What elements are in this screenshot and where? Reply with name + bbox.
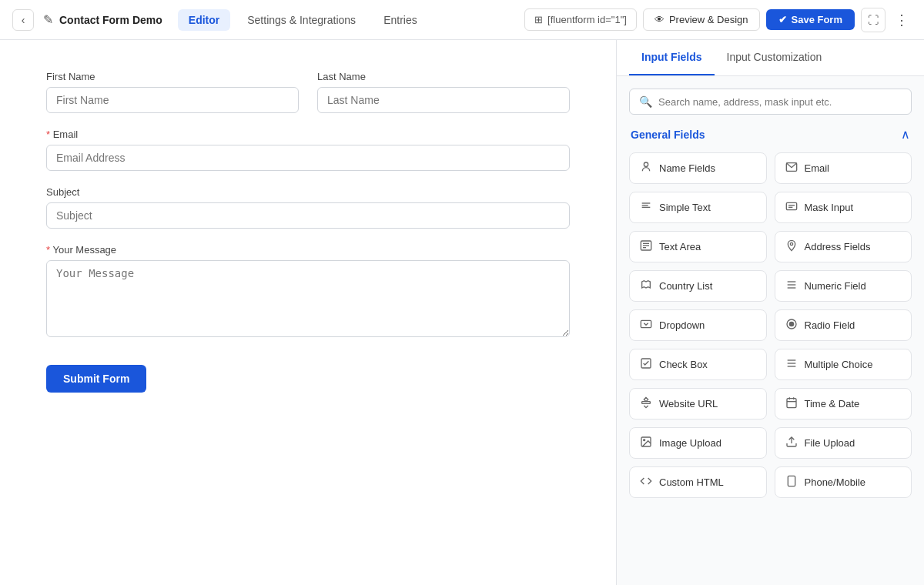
shortcode-button[interactable]: ⊞ [fluentform id="1"] xyxy=(524,8,637,31)
subject-group: Subject xyxy=(46,186,570,229)
general-fields-section-header: General Fields ∧ xyxy=(629,127,912,142)
panel-body: 🔍 General Fields ∧ Name Fields Email Sim… xyxy=(617,76,924,585)
field-item-radio-field[interactable]: Radio Field xyxy=(775,309,912,341)
field-item-dropdown[interactable]: Dropdown xyxy=(629,309,767,341)
field-item-phone-mobile[interactable]: Phone/Mobile xyxy=(775,466,912,498)
form-icon: ✎ xyxy=(43,12,53,27)
email-input[interactable] xyxy=(46,145,570,171)
field-item-file-upload[interactable]: File Upload xyxy=(775,427,912,459)
fullscreen-icon: ⛶ xyxy=(868,14,879,26)
fields-grid: Name Fields Email Simple Text Mask Input… xyxy=(629,152,912,498)
check-box-label: Check Box xyxy=(659,359,708,370)
submit-button[interactable]: Submit Form xyxy=(46,365,146,393)
tab-input-customization[interactable]: Input Customization xyxy=(715,40,835,75)
dropdown-icon xyxy=(639,318,653,333)
last-name-input[interactable] xyxy=(317,87,570,113)
field-item-simple-text[interactable]: Simple Text xyxy=(629,192,767,223)
tab-entries[interactable]: Entries xyxy=(373,9,428,31)
first-name-label: First Name xyxy=(46,71,299,82)
shortcode-text: [fluentform id="1"] xyxy=(547,14,627,25)
mask-input-icon xyxy=(785,200,798,215)
subject-label: Subject xyxy=(46,186,570,198)
time-date-icon xyxy=(785,396,798,411)
phone-mobile-label: Phone/Mobile xyxy=(805,476,866,488)
field-item-custom-html[interactable]: Custom HTML xyxy=(629,466,767,498)
field-item-check-box[interactable]: Check Box xyxy=(629,349,767,380)
back-button[interactable]: ‹ xyxy=(12,9,34,31)
tab-settings[interactable]: Settings & Integrations xyxy=(236,9,367,31)
field-item-image-upload[interactable]: Image Upload xyxy=(629,427,767,459)
field-item-text-area[interactable]: Text Area xyxy=(629,231,767,262)
custom-html-icon xyxy=(639,475,653,490)
section-toggle-icon[interactable]: ∧ xyxy=(901,127,910,142)
svg-rect-16 xyxy=(641,320,651,327)
preview-button[interactable]: 👁 Preview & Design xyxy=(643,8,760,31)
svg-rect-24 xyxy=(787,399,796,408)
save-button[interactable]: ✔ Save Form xyxy=(766,9,855,30)
country-list-icon xyxy=(639,279,653,293)
phone-mobile-icon xyxy=(785,475,798,490)
field-item-email[interactable]: Email xyxy=(775,152,912,184)
form-title: Contact Form Demo xyxy=(59,14,162,26)
simple-text-label: Simple Text xyxy=(659,202,711,213)
name-fields-icon xyxy=(639,161,653,176)
mask-input-label: Mask Input xyxy=(805,202,854,213)
field-item-mask-input[interactable]: Mask Input xyxy=(775,192,912,223)
svg-rect-5 xyxy=(786,202,796,209)
preview-label: Preview & Design xyxy=(669,14,748,25)
field-item-numeric-field[interactable]: Numeric Field xyxy=(775,270,912,302)
last-name-group: Last Name xyxy=(317,71,570,113)
check-box-icon xyxy=(639,357,653,372)
last-name-label: Last Name xyxy=(317,71,570,82)
save-circle-icon: ✔ xyxy=(778,14,787,25)
message-textarea[interactable] xyxy=(46,260,570,337)
custom-html-label: Custom HTML xyxy=(659,476,724,488)
email-label: Email xyxy=(805,162,830,174)
website-url-icon xyxy=(639,396,653,411)
name-fields-label: Name Fields xyxy=(659,162,715,174)
first-name-group: First Name xyxy=(46,71,299,113)
general-fields-title: General Fields xyxy=(631,129,705,141)
svg-point-0 xyxy=(644,162,648,166)
field-item-address-fields[interactable]: Address Fields xyxy=(775,231,912,262)
file-upload-icon xyxy=(785,436,798,450)
more-options-button[interactable]: ⋮ xyxy=(892,12,912,28)
main-layout: First Name Last Name Email Subject Your … xyxy=(0,40,924,585)
name-row: First Name Last Name xyxy=(46,71,570,113)
simple-text-icon xyxy=(639,200,653,215)
search-box: 🔍 xyxy=(629,89,912,115)
website-url-label: Website URL xyxy=(659,398,718,410)
search-input[interactable] xyxy=(658,96,902,108)
message-group: Your Message xyxy=(46,244,570,337)
address-fields-icon xyxy=(785,239,798,254)
save-label: Save Form xyxy=(792,14,842,25)
top-nav: ‹ ✎ Contact Form Demo Editor Settings & … xyxy=(0,0,924,40)
more-icon: ⋮ xyxy=(895,12,909,28)
email-group: Email xyxy=(46,129,570,171)
tab-input-fields[interactable]: Input Fields xyxy=(629,40,715,75)
text-area-icon xyxy=(639,239,653,254)
fullscreen-button[interactable]: ⛶ xyxy=(861,8,886,32)
address-fields-label: Address Fields xyxy=(805,241,871,252)
field-item-country-list[interactable]: Country List xyxy=(629,270,767,302)
tab-editor[interactable]: Editor xyxy=(178,9,230,31)
field-item-name-fields[interactable]: Name Fields xyxy=(629,152,767,184)
multiple-choice-label: Multiple Choice xyxy=(805,359,873,370)
file-upload-label: File Upload xyxy=(805,437,855,449)
time-date-label: Time & Date xyxy=(805,398,860,410)
numeric-field-icon xyxy=(785,279,798,293)
form-editor: First Name Last Name Email Subject Your … xyxy=(0,40,616,585)
field-item-website-url[interactable]: Website URL xyxy=(629,388,767,420)
search-icon: 🔍 xyxy=(639,95,652,108)
first-name-input[interactable] xyxy=(46,87,299,113)
radio-field-icon xyxy=(785,318,798,333)
svg-rect-23 xyxy=(642,402,651,404)
field-item-time-date[interactable]: Time & Date xyxy=(775,388,912,420)
subject-input[interactable] xyxy=(46,202,570,229)
field-item-multiple-choice[interactable]: Multiple Choice xyxy=(775,349,912,380)
svg-point-18 xyxy=(789,322,793,326)
image-upload-label: Image Upload xyxy=(659,437,721,449)
svg-rect-31 xyxy=(788,476,795,486)
eye-icon: 👁 xyxy=(654,14,665,25)
country-list-label: Country List xyxy=(659,280,712,292)
